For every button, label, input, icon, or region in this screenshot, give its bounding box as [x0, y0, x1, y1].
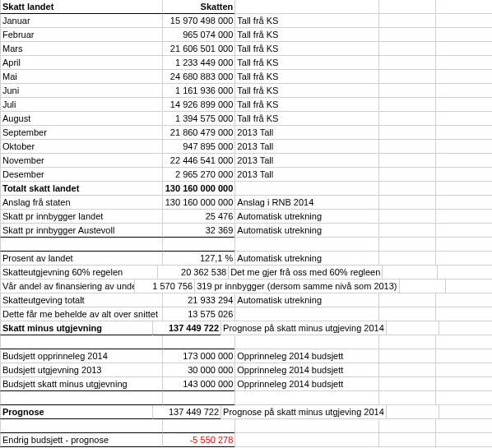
row-note: Automatisk utrekning: [234, 293, 378, 307]
row-value: 30 000 000: [162, 363, 235, 377]
row-label: Anslag frå staten: [0, 196, 162, 210]
endring-note: [234, 433, 378, 447]
row-value: 21 606 501 000: [162, 42, 235, 56]
row-label: Budsjett opprinneleg 2014: [0, 349, 162, 363]
header-row: Skatt landet Skatten: [0, 0, 492, 14]
table-row: November 22 446 541 000 2013 Tall: [0, 154, 492, 168]
row-value: 127,1 %: [162, 252, 235, 266]
row-label: Vår andel av finansiering av under 90%: [0, 279, 134, 293]
row-label: Totalt skatt landet: [0, 182, 162, 196]
row-value: 1 233 449 000: [162, 56, 235, 70]
row-label: Mai: [0, 70, 162, 84]
row-label: November: [0, 154, 162, 168]
row-label: Desember: [0, 168, 162, 182]
table-row: Budsjett utgjevning 2013 30 000 000 Oppr…: [0, 363, 492, 377]
row-note: 2013 Tall: [234, 154, 378, 168]
prognose-note: Prognose på skatt minus utgjeving 2014: [220, 405, 386, 419]
header-col-b: Skatten: [162, 0, 235, 14]
row-value: 137 449 722: [152, 321, 220, 335]
table-row: Skatt minus utgjevning 137 449 722 Progn…: [0, 321, 492, 335]
row-note: 2013 Tall: [234, 140, 378, 154]
header-col-c: [234, 0, 378, 14]
prognose-value: 137 449 722: [152, 405, 220, 419]
row-note: Automatisk utrekning: [234, 210, 378, 224]
endring-row: Endrig budsjett - prognose -5 550 278: [0, 433, 492, 447]
table-row: Skatteutgeving totalt 21 933 294 Automat…: [0, 293, 492, 307]
row-value: 20 362 538: [157, 266, 228, 279]
row-value: 21 933 294: [162, 293, 235, 307]
row-label: Juli: [0, 98, 162, 112]
row-value: 15 970 498 000: [162, 14, 235, 28]
row-value: 173 000 000: [162, 349, 235, 363]
row-value: 947 895 000: [162, 140, 235, 154]
row-note: 2013 Tall: [234, 168, 378, 182]
row-note: Tall frå KS: [234, 70, 378, 84]
row-label: Februar: [0, 28, 162, 42]
header-col-a: Skatt landet: [0, 0, 162, 14]
row-value: 965 074 000: [162, 28, 235, 42]
endring-label: Endrig budsjett - prognose: [0, 433, 162, 447]
table-row: Mars 21 606 501 000 Tall frå KS: [0, 42, 492, 56]
table-row: Oktober 947 895 000 2013 Tall: [0, 140, 492, 154]
table-row: Desember 2 965 270 000 2013 Tall: [0, 168, 492, 182]
row-label: Prosent av landet: [0, 252, 162, 266]
blank-row: [0, 391, 492, 405]
spreadsheet: Skatt landet Skatten Januar 15 970 498 0…: [0, 0, 492, 448]
row-note: Prognose på skatt minus utgjeving 2014: [220, 321, 386, 335]
row-value: 13 575 026: [162, 307, 235, 321]
row-value: 130 160 000 000: [162, 196, 235, 210]
row-note: Anslag i RNB 2014: [234, 196, 378, 210]
row-value: 130 160 000 000: [162, 182, 235, 196]
row-value: 25 476: [162, 210, 235, 224]
table-row: Januar 15 970 498 000 Tall frå KS: [0, 14, 492, 28]
table-row: Prosent av landet 127,1 % Automatisk utr…: [0, 252, 492, 266]
row-label: April: [0, 56, 162, 70]
row-note: [234, 307, 378, 321]
row-value: 1 570 756: [134, 279, 195, 293]
row-label: Skatt minus utgjevning: [0, 321, 152, 335]
row-note: Opprinneleg 2014 budsjett: [234, 363, 378, 377]
row-note: Tall frå KS: [234, 42, 378, 56]
row-note: Tall frå KS: [234, 14, 378, 28]
table-row: Dette får me behelde av alt over snittet…: [0, 307, 492, 321]
table-row: Skatt pr innbygger landet 25 476 Automat…: [0, 210, 492, 224]
row-label: Skatt pr innbygger landet: [0, 210, 162, 224]
table-row: Anslag frå staten 130 160 000 000 Anslag…: [0, 196, 492, 210]
row-note: Opprinneleg 2014 budsjett: [234, 349, 378, 363]
row-note: Automatisk utrekning: [234, 252, 378, 266]
table-row: August 1 394 575 000 Tall frå KS: [0, 112, 492, 126]
endring-value: -5 550 278: [162, 433, 235, 447]
table-row: Budsjett opprinneleg 2014 173 000 000 Op…: [0, 349, 492, 363]
row-label: Budsjett skatt minus utgjevning: [0, 377, 162, 391]
blank-row: [0, 238, 492, 252]
table-row: April 1 233 449 000 Tall frå KS: [0, 56, 492, 70]
prognose-row: Prognose 137 449 722 Prognose på skatt m…: [0, 405, 492, 419]
row-value: 21 860 479 000: [162, 126, 235, 140]
row-note: 2013 Tall: [234, 126, 378, 140]
row-note: Tall frå KS: [234, 112, 378, 126]
row-note: Automatisk utrekning: [234, 224, 378, 238]
row-note: Tall frå KS: [234, 56, 378, 70]
table-row: Skatteutgjevning 60% regelen 20 362 538 …: [0, 266, 492, 279]
row-label: Januar: [0, 14, 162, 28]
table-row: Juni 1 161 936 000 Tall frå KS: [0, 84, 492, 98]
row-label: Juni: [0, 84, 162, 98]
table-row: Budsjett skatt minus utgjevning 143 000 …: [0, 377, 492, 391]
row-label: Skatteutgjevning 60% regelen: [0, 266, 157, 279]
row-label: Budsjett utgjevning 2013: [0, 363, 162, 377]
row-note: Tall frå KS: [234, 98, 378, 112]
blank-row: [0, 419, 492, 433]
row-label: Oktober: [0, 140, 162, 154]
row-note: Opprinneleg 2014 budsjett: [234, 377, 378, 391]
table-row: Totalt skatt landet 130 160 000 000: [0, 182, 492, 196]
table-row: Mai 24 680 883 000 Tall frå KS: [0, 70, 492, 84]
prognose-label: Prognose: [0, 405, 152, 419]
row-note: [234, 182, 378, 196]
row-value: 22 446 541 000: [162, 154, 235, 168]
row-note: Tall frå KS: [234, 84, 378, 98]
table-row: Skatt pr innbygger Austevoll 32 369 Auto…: [0, 224, 492, 238]
row-value: 24 680 883 000: [162, 70, 235, 84]
table-row: Juli 14 926 899 000 Tall frå KS: [0, 98, 492, 112]
row-label: September: [0, 126, 162, 140]
table-row: September 21 860 479 000 2013 Tall: [0, 126, 492, 140]
